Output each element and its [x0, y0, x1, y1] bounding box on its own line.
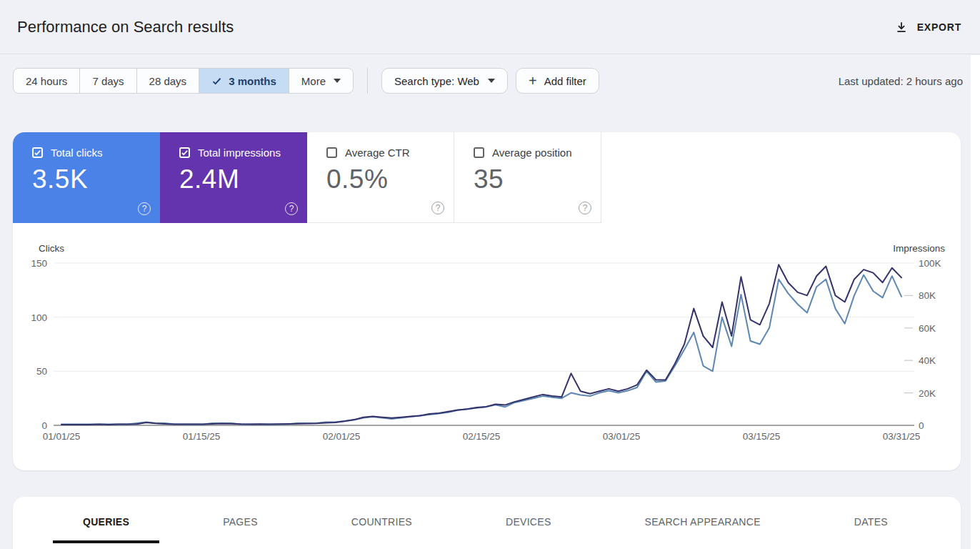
last-updated-text: Last updated: 2 hours ago [839, 75, 963, 87]
performance-chart[interactable]: Clicks Impressions 050100150020K40K60K80… [13, 243, 961, 458]
tab-label: DATES [854, 516, 888, 528]
search-type-dropdown[interactable]: Search type: Web [381, 68, 508, 94]
card-head: Average position [474, 147, 588, 159]
clicks-tick-label: 50 [13, 366, 47, 377]
filterbar-divider [367, 68, 368, 94]
card-value: 35 [474, 164, 588, 195]
add-filter-button[interactable]: + Add filter [516, 68, 599, 94]
date-range-chip-group: 24 hours7 days28 days3 monthsMore [13, 68, 354, 94]
range-chip-label: 7 days [92, 75, 124, 87]
average-position-card[interactable]: Average position 35 ? [454, 132, 601, 223]
date-tick-label: 01/15/25 [169, 431, 234, 442]
tab-devices[interactable]: DEVICES [476, 497, 581, 547]
tab-label: DEVICES [506, 516, 551, 528]
check-icon [211, 76, 222, 86]
plus-icon: + [529, 74, 537, 88]
average-ctr-card[interactable]: Average CTR 0.5% ? [307, 132, 454, 223]
total-impressions-card[interactable]: Total impressions 2.4M ? [160, 132, 307, 223]
range-chip-7-days[interactable]: 7 days [80, 69, 136, 93]
tab-label: COUNTRIES [351, 516, 412, 528]
page-title: Performance on Search results [17, 18, 234, 36]
date-tick-label: 03/31/25 [869, 431, 934, 442]
checkbox-checked-icon[interactable] [179, 147, 190, 158]
card-value: 0.5% [326, 164, 441, 195]
range-chip-3-months[interactable]: 3 months [199, 69, 289, 93]
card-label: Average CTR [345, 147, 410, 159]
card-label: Total impressions [198, 147, 281, 159]
impressions-tick-label: 40K [919, 355, 936, 366]
card-head: Average CTR [326, 147, 441, 159]
tab-label: SEARCH APPEARANCE [645, 516, 761, 528]
range-chip-28-days[interactable]: 28 days [137, 69, 200, 93]
question-mark-circle-icon[interactable]: ? [431, 202, 444, 214]
date-tick-label: 02/01/25 [309, 431, 374, 442]
card-label: Average position [492, 147, 571, 159]
export-button[interactable]: EXPORT [894, 16, 963, 38]
tab-countries[interactable]: COUNTRIES [321, 497, 442, 547]
filter-bar: 24 hours7 days28 days3 monthsMore Search… [13, 68, 963, 94]
page-scrollbar[interactable] [971, 55, 980, 549]
range-chip-label: More [301, 75, 326, 87]
card-head: Total impressions [179, 147, 294, 159]
card-value: 3.5K [32, 164, 147, 195]
checkbox-checked-icon[interactable] [32, 147, 43, 158]
impressions-tick-label: 20K [919, 387, 936, 398]
caret-down-icon [488, 79, 495, 83]
question-mark-circle-icon[interactable]: ? [138, 202, 151, 215]
caret-down-icon [334, 79, 341, 83]
question-mark-circle-icon[interactable]: ? [285, 202, 298, 215]
search-type-label: Search type: Web [394, 75, 479, 87]
tab-queries[interactable]: QUERIES [53, 497, 159, 547]
impressions-tick-label: 0 [919, 420, 924, 431]
range-chip-label: 28 days [149, 75, 187, 87]
card-value: 2.4M [179, 164, 294, 195]
download-icon [895, 21, 908, 34]
card-label: Total clicks [51, 147, 103, 159]
dimension-tabs: QUERIESPAGESCOUNTRIESDEVICESSEARCH APPEA… [53, 497, 918, 547]
clicks-tick-label: 100 [13, 312, 47, 322]
top-bar: Performance on Search results EXPORT [0, 0, 980, 54]
tab-search-appearance[interactable]: SEARCH APPEARANCE [615, 497, 791, 547]
date-tick-label: 03/01/25 [589, 431, 654, 442]
dimensions-panel: QUERIESPAGESCOUNTRIESDEVICESSEARCH APPEA… [13, 497, 961, 549]
checkbox-unchecked-icon[interactable] [474, 147, 484, 158]
impressions-line [61, 264, 901, 425]
performance-panel: Total clicks 3.5K ? Total impressions 2.… [13, 132, 961, 470]
card-head: Total clicks [32, 147, 147, 159]
question-mark-circle-icon[interactable]: ? [579, 202, 591, 214]
metric-cards-row: Total clicks 3.5K ? Total impressions 2.… [13, 132, 961, 223]
export-label: EXPORT [917, 21, 961, 33]
impressions-tick-label: 100K [919, 258, 941, 269]
range-chip-more[interactable]: More [289, 69, 353, 93]
tab-label: PAGES [223, 516, 258, 528]
add-filter-label: Add filter [544, 75, 586, 87]
range-chip-24-hours[interactable]: 24 hours [14, 69, 80, 93]
clicks-tick-label: 150 [13, 258, 47, 269]
date-tick-label: 03/15/25 [729, 431, 794, 442]
checkbox-unchecked-icon[interactable] [326, 147, 337, 158]
impressions-tick-label: 80K [919, 290, 936, 301]
tab-dates[interactable]: DATES [824, 497, 918, 547]
date-tick-label: 01/01/25 [29, 431, 94, 442]
clicks-tick-label: 0 [13, 420, 47, 431]
impressions-tick-label: 60K [919, 322, 936, 333]
date-tick-label: 02/15/25 [449, 431, 514, 442]
tab-pages[interactable]: PAGES [193, 497, 288, 547]
tab-label: QUERIES [83, 516, 129, 528]
range-chip-label: 3 months [229, 75, 276, 87]
range-chip-label: 24 hours [26, 75, 67, 87]
chart-canvas [13, 243, 961, 458]
clicks-line [61, 275, 901, 425]
total-clicks-card[interactable]: Total clicks 3.5K ? [13, 132, 160, 223]
